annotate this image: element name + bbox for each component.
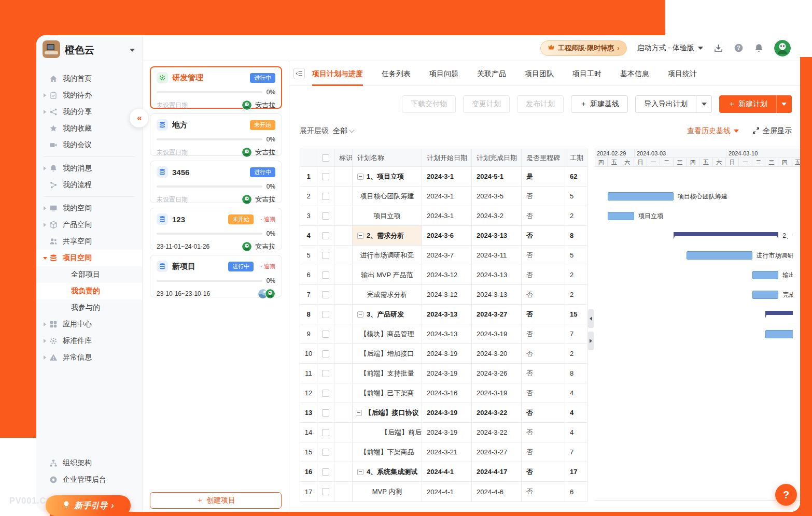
splitter-collapse-right-handle[interactable] <box>588 332 594 350</box>
row-checkbox[interactable] <box>322 390 329 397</box>
gantt-summary-bar-row8[interactable] <box>765 311 793 315</box>
gantt-task-bar-row7[interactable] <box>752 291 779 299</box>
collapse-toggle-icon[interactable] <box>357 233 363 239</box>
collapse-toggle-icon[interactable] <box>357 174 363 180</box>
table-row-9[interactable]: 9 【模块】商品管理 2024-3-13 2024-3-19 否 7 <box>300 324 587 344</box>
project-card-1[interactable]: 地方 未开始 0% 未设置日期安吉拉 <box>150 113 282 156</box>
brand-logo[interactable]: 橙色云 <box>36 35 142 63</box>
sidebar-item-2[interactable]: 我的分享 <box>36 104 142 120</box>
sidebar-item-6[interactable]: 我的消息 <box>36 160 142 177</box>
table-row-1[interactable]: 1 1、项目立项 2024-3-1 2024-5-1 是 62 <box>300 167 587 187</box>
table-row-12[interactable]: 12 【前端】已下架商 2024-3-16 2024-3-19 否 4 <box>300 383 587 403</box>
row-checkbox[interactable] <box>322 488 329 495</box>
user-avatar[interactable] <box>774 40 791 56</box>
launch-mode-select[interactable]: 启动方式 - 体验版 <box>637 44 703 53</box>
gantt-task-bar-row2[interactable] <box>608 192 674 200</box>
row-checkbox[interactable] <box>322 311 329 318</box>
row-checkbox[interactable] <box>322 252 329 259</box>
sidebar-item-17[interactable]: 标准件库 <box>36 333 142 349</box>
table-row-2[interactable]: 2 项目核心团队筹建 2024-3-1 2024-3-5 否 5 <box>300 187 587 206</box>
sidebar-collapse-button[interactable]: « <box>130 109 148 127</box>
gantt-task-bar-row3[interactable] <box>608 212 634 220</box>
sidebar-item-11[interactable]: 共享空间 <box>36 233 142 250</box>
row-checkbox[interactable] <box>322 271 329 279</box>
row-checkbox[interactable] <box>322 449 329 456</box>
gantt-summary-bar-row4[interactable] <box>674 232 778 236</box>
import-export-button[interactable]: 导入导出计划 <box>635 95 696 113</box>
row-checkbox[interactable] <box>322 173 329 180</box>
disabled-button-2[interactable]: 发布计划 <box>517 95 564 113</box>
row-checkbox[interactable] <box>322 193 329 200</box>
fullscreen-button[interactable]: 全屏显示 <box>752 126 792 136</box>
tab-4[interactable]: 项目团队 <box>525 61 554 86</box>
disabled-button-1[interactable]: 变更计划 <box>463 95 510 113</box>
sidebar-item-4[interactable]: 我的会议 <box>36 137 142 153</box>
sidebar-footer-item-1[interactable]: 企业管理后台 <box>36 471 142 488</box>
sidebar-footer-item-0[interactable]: 组织架构 <box>36 455 142 471</box>
row-checkbox[interactable] <box>322 429 329 436</box>
guide-button[interactable]: 新手引导 › <box>46 495 131 516</box>
table-row-11[interactable]: 11 【前端】支持批量 2024-3-19 2024-3-26 否 8 <box>300 364 587 383</box>
collapse-toggle-icon[interactable] <box>357 469 363 475</box>
sidebar-item-13[interactable]: 全部项目 <box>36 266 142 283</box>
sidebar-item-10[interactable]: 产品空间 <box>36 217 142 233</box>
gantt-task-bar-row6[interactable] <box>752 271 779 279</box>
help-fab-button[interactable]: ? <box>775 484 797 506</box>
table-row-6[interactable]: 6 输出 MVP 产品范 2024-3-12 2024-3-13 否 2 <box>300 265 587 285</box>
table-row-16[interactable]: 16 4、系统集成测试 2024-4-1 2024-4-17 否 17 <box>300 462 587 482</box>
table-row-5[interactable]: 5 进行市场调研和竞 2024-3-7 2024-3-11 否 5 <box>300 246 587 265</box>
project-card-0[interactable]: 研发管理 进行中 0% 未设置日期安吉拉 <box>150 66 282 109</box>
menu-fold-icon[interactable] <box>293 68 305 79</box>
splitter-collapse-left-handle[interactable] <box>588 309 594 328</box>
table-row-17[interactable]: 17 MVP 内测 2024-4-1 2024-4-6 否 6 <box>300 482 587 501</box>
disabled-button-0[interactable]: 下载交付物 <box>402 95 456 113</box>
tab-0[interactable]: 项目计划与进度 <box>312 61 363 86</box>
row-checkbox[interactable] <box>322 409 329 417</box>
sidebar-item-1[interactable]: 我的待办 <box>36 87 142 104</box>
table-row-15[interactable]: 15 【前端】下架商品 2024-3-21 2024-3-27 否 7 <box>300 442 587 462</box>
table-row-13[interactable]: 13 【后端】接口协议 2024-3-19 2024-3-22 否 4 <box>300 403 587 423</box>
sidebar-item-14[interactable]: 我负责的 <box>36 283 142 299</box>
row-checkbox[interactable] <box>322 468 329 476</box>
row-checkbox[interactable] <box>322 370 329 377</box>
download-icon[interactable] <box>713 43 723 53</box>
table-row-10[interactable]: 10 【后端】增加接口 2024-3-19 2024-3-20 否 2 <box>300 344 587 364</box>
table-row-4[interactable]: 4 2、需求分析 2024-3-6 2024-3-13 否 8 <box>300 226 587 246</box>
row-checkbox[interactable] <box>322 350 329 357</box>
tab-7[interactable]: 项目统计 <box>668 61 697 86</box>
row-checkbox[interactable] <box>322 212 329 220</box>
tab-1[interactable]: 任务列表 <box>382 61 411 86</box>
sidebar-item-12[interactable]: 项目空间 <box>36 250 142 266</box>
project-card-3[interactable]: 123 未开始· 逾期 0% 23-11-01~24-01-26安吉拉 <box>150 208 282 250</box>
select-all-checkbox[interactable] <box>322 154 329 162</box>
table-row-7[interactable]: 7 完成需求分析 2024-3-12 2024-3-13 否 2 <box>300 285 587 305</box>
bell-icon[interactable] <box>754 43 764 53</box>
expand-level-select[interactable]: 全部 <box>333 126 354 136</box>
row-checkbox[interactable] <box>322 331 329 338</box>
import-export-dropdown[interactable] <box>696 95 712 113</box>
collapse-toggle-icon[interactable] <box>357 311 363 318</box>
project-card-4[interactable]: 新项目 进行中· 逾期 0% 23-10-16~23-10-16 <box>150 255 282 297</box>
gantt-task-bar-row9[interactable] <box>765 330 793 338</box>
sidebar-item-16[interactable]: 应用中心 <box>36 316 142 333</box>
row-checkbox[interactable] <box>322 291 329 298</box>
sidebar-item-3[interactable]: 我的收藏 <box>36 120 142 137</box>
table-row-14[interactable]: 14 【后端】前后 2024-3-19 2024-3-22 否 4 <box>300 423 587 442</box>
sidebar-item-15[interactable]: 我参与的 <box>36 299 142 316</box>
new-plan-button[interactable]: ＋ 新建计划 <box>719 95 776 113</box>
tab-6[interactable]: 基本信息 <box>620 61 649 86</box>
sidebar-item-7[interactable]: 我的流程 <box>36 177 142 193</box>
project-card-2[interactable]: 3456 进行中 0% 未设置日期安吉拉 <box>150 161 282 203</box>
gantt-task-bar-row5[interactable] <box>687 251 752 260</box>
row-checkbox[interactable] <box>322 232 329 239</box>
new-plan-dropdown[interactable] <box>776 95 792 113</box>
sidebar-item-0[interactable]: 我的首页 <box>36 70 142 87</box>
sidebar-item-18[interactable]: 异常信息 <box>36 349 142 366</box>
tab-5[interactable]: 项目工时 <box>572 61 601 86</box>
collapse-toggle-icon[interactable] <box>356 410 362 416</box>
history-baseline-link[interactable]: 查看历史基线 <box>687 126 739 136</box>
create-project-button[interactable]: ＋ 创建项目 <box>150 492 282 509</box>
new-baseline-button[interactable]: ＋ 新建基线 <box>571 95 628 113</box>
tab-3[interactable]: 关联产品 <box>477 61 506 86</box>
table-row-8[interactable]: 8 3、产品研发 2024-3-13 2024-3-27 否 15 <box>300 305 587 324</box>
